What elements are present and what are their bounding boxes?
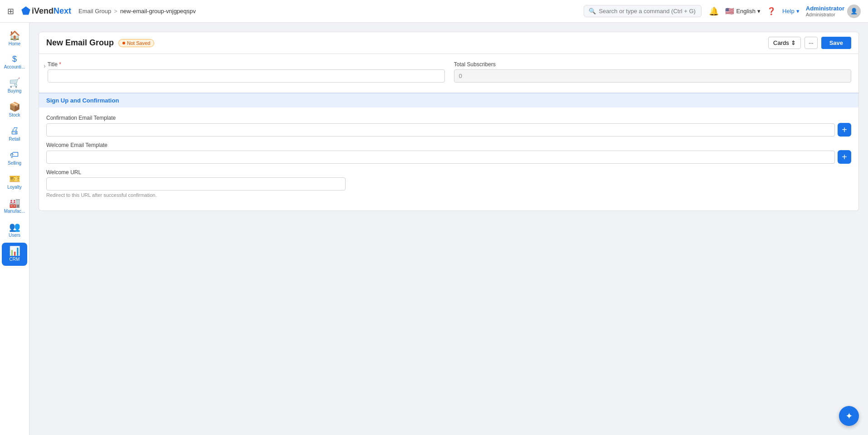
help-button[interactable]: Help ▾ [782,8,800,15]
breadcrumb-parent[interactable]: Email Group [78,8,111,15]
notification-icon[interactable]: 🔔 [709,6,719,16]
loyalty-icon: 🎫 [9,174,20,183]
signup-section-title: Sign Up and Confirmation [46,97,119,104]
title-input[interactable] [48,69,445,83]
chat-fab-icon: ✦ [845,411,853,421]
help-label: Help [782,8,795,15]
sidebar-item-stock[interactable]: 📦 Stock [2,98,27,122]
sidebar-label-crm: CRM [10,257,20,262]
cards-chevron: ⇕ [791,39,796,46]
sidebar-label-users: Users [9,233,20,238]
signup-section-header: Sign Up and Confirmation [39,93,858,108]
more-label: ··· [809,39,814,46]
total-subscribers-group: Total Subscribers [454,61,851,83]
title-label: Title * [48,61,445,68]
sidebar-item-users[interactable]: 👥 Users [2,219,27,242]
top-navigation: ⊞ ⬟ iVendNext Email Group > new-email-gr… [0,0,868,23]
form-area: › Title * Total Subscribers [39,54,859,211]
language-chevron: ▾ [757,8,761,15]
chat-fab-button[interactable]: ✦ [839,406,859,426]
search-bar[interactable]: 🔍 [584,5,702,17]
title-section: Title * [48,61,445,88]
sidebar-item-home[interactable]: 🏠 Home [2,27,27,50]
app-logo[interactable]: ⬟ iVendNext [21,5,71,17]
sidebar-item-accounting[interactable]: $ Accounti... [2,51,27,73]
cards-button[interactable]: Cards ⇕ [768,37,801,49]
crm-icon: 📊 [9,246,20,255]
not-saved-label: Not Saved [127,40,150,46]
language-label: English [736,8,756,15]
user-info[interactable]: Administrator Administrator 👤 [806,5,861,18]
breadcrumb: Email Group > new-email-group-vnjgpeqspv [78,8,196,15]
accounting-icon: $ [12,55,17,63]
home-icon: 🏠 [9,31,20,40]
more-button[interactable]: ··· [805,37,818,49]
logo-text: iVendNext [32,6,71,16]
save-button[interactable]: Save [821,37,851,49]
page-title: New Email Group [46,38,114,48]
confirmation-email-add-button[interactable]: + [838,123,851,137]
collapse-row: › Title * Total Subscribers [39,54,858,93]
welcome-url-input[interactable] [46,177,346,191]
sidebar-item-crm[interactable]: 📊 CRM [2,243,27,266]
welcome-url-group: Welcome URL Redirect to this URL after s… [46,169,851,198]
sidebar: 🏠 Home $ Accounti... 🛒 Buying 📦 Stock 🖨 … [0,23,29,435]
confirmation-email-group: Confirmation Email Template + [46,115,851,137]
not-saved-dot [122,42,125,44]
page-header-right: Cards ⇕ ··· Save [768,37,851,49]
help-chevron: ▾ [796,8,800,15]
sidebar-label-buying: Buying [8,88,22,94]
sidebar-label-retail: Retail [9,137,20,142]
stock-icon: 📦 [9,102,20,111]
sidebar-label-manufacturing: Manufac... [4,209,25,214]
save-label: Save [829,39,843,46]
sidebar-label-loyalty: Loyalty [7,185,22,190]
search-icon: 🔍 [589,8,596,15]
welcome-email-add-button[interactable]: + [838,150,851,164]
sidebar-item-buying[interactable]: 🛒 Buying [2,74,27,98]
sidebar-label-selling: Selling [8,161,21,166]
user-role: Administrator [806,12,844,17]
help-icon[interactable]: ❓ [767,7,776,15]
language-selector[interactable]: 🇺🇸 English ▾ [725,7,761,15]
confirmation-email-input[interactable] [46,123,835,137]
user-name: Administrator [806,5,844,12]
collapse-button[interactable]: › [44,62,46,69]
confirmation-email-input-row: + [46,123,851,137]
topnav-actions: 🔔 🇺🇸 English ▾ ❓ Help ▾ Administrator Ad… [709,5,861,18]
total-subscribers-label: Total Subscribers [454,61,851,68]
sidebar-item-selling[interactable]: 🏷 Selling [2,147,27,170]
avatar: 👤 [847,5,861,18]
confirmation-email-label: Confirmation Email Template [46,115,851,121]
grid-icon[interactable]: ⊞ [7,6,14,16]
not-saved-badge: Not Saved [118,39,154,47]
main-content: New Email Group Not Saved Cards ⇕ ··· Sa… [29,23,868,435]
sidebar-item-retail[interactable]: 🖨 Retail [2,122,27,146]
welcome-email-group: Welcome Email Template + [46,142,851,164]
sidebar-item-loyalty[interactable]: 🎫 Loyalty [2,171,27,194]
breadcrumb-separator: > [114,8,117,15]
subscribers-section: Total Subscribers [454,61,851,88]
page-header-left: New Email Group Not Saved [46,38,154,48]
sidebar-item-manufacturing[interactable]: 🏭 Manufac... [2,195,27,218]
sidebar-label-stock: Stock [9,112,20,118]
retail-icon: 🖨 [10,126,19,135]
welcome-email-input[interactable] [46,151,835,164]
signup-section-content: Confirmation Email Template + Welcome Em… [39,108,858,210]
welcome-email-label: Welcome Email Template [46,142,851,148]
selling-icon: 🏷 [10,150,19,159]
welcome-url-hint: Redirect to this URL after successful co… [46,192,851,198]
sidebar-label-home: Home [9,41,21,47]
breadcrumb-current: new-email-group-vnjgpeqspv [120,8,196,15]
required-indicator: * [59,61,61,68]
users-icon: 👥 [9,222,20,231]
welcome-email-input-row: + [46,150,851,164]
buying-icon: 🛒 [9,78,20,87]
sidebar-label-accounting: Accounti... [4,64,25,70]
cards-label: Cards [773,39,789,46]
search-input[interactable] [599,8,697,15]
title-group: Title * [48,61,445,83]
language-flag: 🇺🇸 [725,7,734,15]
total-subscribers-input [454,69,851,83]
page-header: New Email Group Not Saved Cards ⇕ ··· Sa… [39,32,859,54]
